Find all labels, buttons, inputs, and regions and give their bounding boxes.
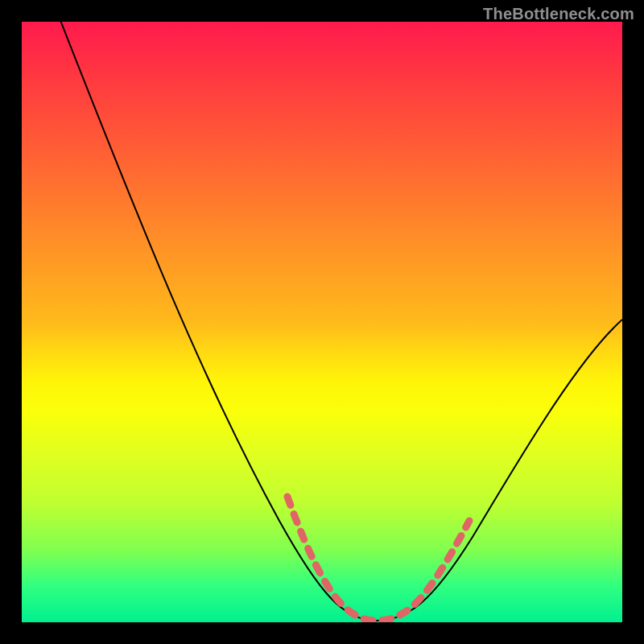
bottleneck-curve-line xyxy=(42,22,622,621)
watermark-text: TheBottleneck.com xyxy=(483,5,634,23)
bottleneck-chart xyxy=(22,22,622,622)
chart-frame: TheBottleneck.com xyxy=(0,0,644,644)
highlight-dashes xyxy=(287,497,469,621)
plot-area xyxy=(22,22,622,622)
